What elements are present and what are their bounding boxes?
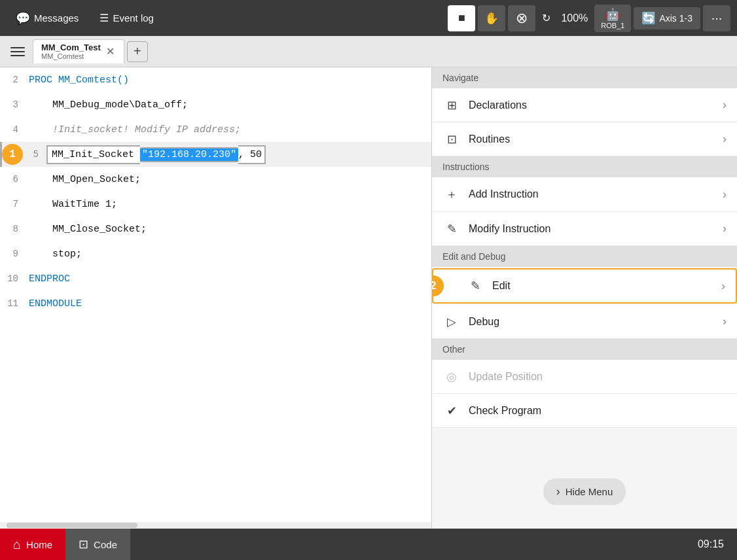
modify-instruction-chevron: ›	[723, 222, 727, 236]
code-line-6: 6 MM_Open_Socket;	[0, 167, 431, 192]
active-tab[interactable]: MM_Com_Test MM_Comtest ✕	[33, 39, 124, 64]
code-panel: 2 PROC MM_Comtest() 3 MM_Debug_mode\Data…	[0, 67, 432, 529]
top-bar: 💬 Messages ☰ Event log ■ ✋ ⊗ ↻ 100% 🤖 RO…	[0, 0, 737, 36]
check-program-item[interactable]: ✔ Check Program	[432, 394, 737, 428]
messages-label: Messages	[34, 12, 79, 24]
top-bar-left: 💬 Messages ☰ Event log	[7, 7, 448, 29]
tab-close-button[interactable]: ✕	[105, 46, 116, 57]
debug-item[interactable]: ▷ Debug ›	[432, 305, 737, 339]
scroll-thumb	[7, 523, 137, 528]
robot-label: ROB_1	[601, 22, 624, 29]
edit-icon: ✎	[466, 279, 484, 293]
other-section-header: Other	[432, 339, 737, 360]
more-button[interactable]: ···	[703, 5, 730, 31]
hamburger-line	[10, 51, 25, 52]
home-button[interactable]: ⌂ Home	[0, 529, 65, 560]
eventlog-label: Event log	[113, 12, 154, 24]
edit-item[interactable]: 2 ✎ Edit ›	[432, 268, 737, 304]
debug-label: Debug	[469, 316, 723, 328]
line-content-11: ENDMODULE	[26, 298, 82, 309]
edit-debug-label: Edit and Debug	[442, 251, 506, 262]
code-line-5[interactable]: 1 5 MM_Init_Socket "192.168.20.230" , 50	[0, 142, 431, 167]
hide-menu-area: › Hide Menu	[432, 428, 737, 529]
more-icon: ···	[711, 10, 723, 26]
top-bar-right: ■ ✋ ⊗ ↻ 100% 🤖 ROB_1 🔄 Axis 1-3 ···	[448, 5, 730, 32]
speed-value: 100%	[557, 12, 592, 24]
scroll-area[interactable]	[0, 522, 431, 529]
tab-bar: MM_Com_Test MM_Comtest ✕ +	[0, 36, 737, 67]
messages-icon: 💬	[16, 11, 30, 26]
tab-title: MM_Com_Test MM_Comtest	[41, 43, 101, 61]
axis-icon: 🔄	[641, 11, 656, 26]
code-line-9: 9 stop;	[0, 241, 431, 266]
navigate-section-header: Navigate	[432, 67, 737, 88]
line-num-3: 3	[0, 99, 26, 110]
add-instruction-icon: ＋	[442, 186, 461, 202]
modify-instruction-item[interactable]: ✎ Modify Instruction ›	[432, 212, 737, 246]
code-button[interactable]: ⊡ Code	[65, 529, 130, 560]
hide-menu-label: Hide Menu	[566, 486, 613, 497]
robot-selector[interactable]: 🤖 ROB_1	[594, 5, 631, 32]
modify-instruction-label: Modify Instruction	[469, 223, 723, 235]
line-num-10: 10	[0, 273, 26, 284]
line-content-8: MM_Close_Socket;	[26, 224, 147, 235]
line-content-5-before: MM_Init_Socket	[46, 145, 140, 164]
eventlog-icon: ☰	[99, 12, 109, 24]
code-label: Code	[94, 539, 117, 550]
step-badge-1: 1	[2, 144, 23, 165]
hand-button[interactable]: ✋	[478, 5, 505, 31]
bottom-bar: ⌂ Home ⊡ Code 09:15	[0, 529, 737, 560]
stop-button[interactable]: ■	[448, 5, 475, 31]
step-badge-2: 2	[432, 275, 444, 296]
declarations-chevron: ›	[723, 98, 727, 112]
line-highlighted-string: "192.168.20.230"	[140, 147, 238, 162]
update-position-item: ◎ Update Position	[432, 360, 737, 394]
add-instruction-chevron: ›	[723, 188, 727, 201]
estop-icon: ⊗	[516, 10, 528, 27]
routines-item[interactable]: ⊡ Routines ›	[432, 122, 737, 156]
line-content-9: stop;	[26, 249, 82, 260]
line-num-4: 4	[0, 124, 26, 135]
edit-debug-section-header: Edit and Debug	[432, 246, 737, 267]
code-line-3: 3 MM_Debug_mode\Data_off;	[0, 92, 431, 117]
speed-icon: ↻	[538, 12, 554, 24]
code-line-10: 10 ENDPROC	[0, 266, 431, 291]
eventlog-button[interactable]: ☰ Event log	[90, 8, 163, 28]
instructions-section-header: Instructions	[432, 156, 737, 177]
routines-chevron: ›	[723, 132, 727, 146]
code-line-11: 11 ENDMODULE	[0, 291, 431, 316]
hide-menu-chevron: ›	[556, 485, 560, 499]
hamburger-button[interactable]	[5, 42, 30, 61]
estop-button[interactable]: ⊗	[508, 5, 535, 31]
check-program-icon: ✔	[442, 404, 461, 418]
main-content: 2 PROC MM_Comtest() 3 MM_Debug_mode\Data…	[0, 67, 737, 529]
routines-icon: ⊡	[442, 132, 461, 147]
add-instruction-label: Add Instruction	[469, 188, 723, 200]
instructions-label: Instructions	[442, 162, 490, 172]
axis-label: Axis 1-3	[659, 13, 692, 24]
code-line-7: 7 WaitTime 1;	[0, 192, 431, 217]
line-content-2: PROC MM_Comtest()	[26, 75, 129, 86]
line-content-5-after: , 50	[238, 145, 266, 164]
tab-add-button[interactable]: +	[127, 41, 148, 62]
line-num-7: 7	[0, 199, 26, 209]
add-instruction-item[interactable]: ＋ Add Instruction ›	[432, 177, 737, 212]
line-num-11: 11	[0, 298, 26, 309]
code-icon: ⊡	[79, 537, 88, 551]
edit-label: Edit	[492, 280, 721, 292]
line-num-6: 6	[0, 174, 26, 184]
declarations-item[interactable]: ⊞ Declarations ›	[432, 88, 737, 122]
code-line-2: 2 PROC MM_Comtest()	[0, 67, 431, 92]
axis-selector[interactable]: 🔄 Axis 1-3	[634, 7, 700, 29]
hide-menu-button[interactable]: › Hide Menu	[543, 478, 626, 505]
hamburger-line	[10, 47, 25, 48]
line-num-2: 2	[0, 75, 26, 85]
edit-chevron: ›	[721, 279, 725, 293]
debug-chevron: ›	[723, 315, 727, 328]
check-program-label: Check Program	[469, 405, 727, 417]
declarations-label: Declarations	[469, 99, 723, 111]
code-line-4: 4 !Init_socket! Modify IP address;	[0, 117, 431, 142]
hand-icon: ✋	[484, 11, 499, 26]
messages-button[interactable]: 💬 Messages	[7, 7, 88, 29]
update-position-label: Update Position	[469, 371, 727, 383]
